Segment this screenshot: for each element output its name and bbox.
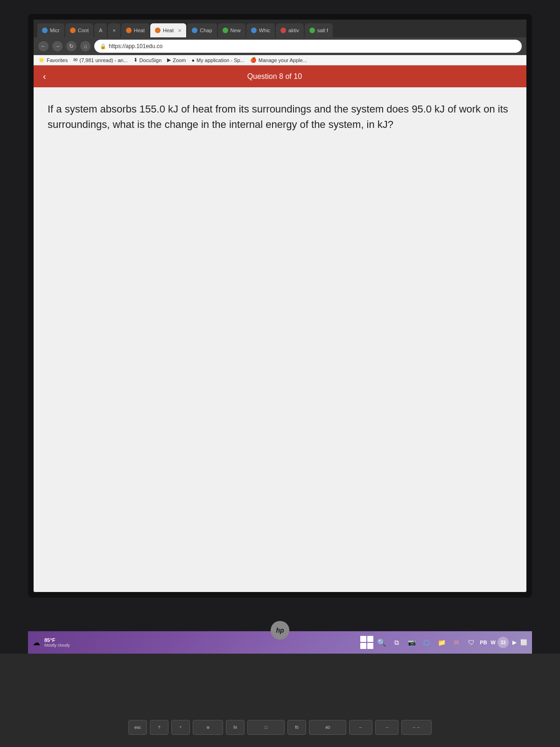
key-f5[interactable]: □ bbox=[247, 720, 285, 735]
weather-info: 85°F Mostly cloudy bbox=[44, 637, 70, 648]
bookmark-myapp[interactable]: ● My application - Sp... bbox=[191, 57, 244, 63]
keyboard-row-fn: esc ? * ※ f4 □ f5 40 ← → ←← bbox=[128, 720, 432, 735]
tab-icon-heat1 bbox=[126, 28, 132, 33]
bookmark-zoom[interactable]: ▶ Zoom bbox=[167, 57, 186, 63]
tab-icon-micro bbox=[42, 28, 48, 33]
weather-icon: ☁ bbox=[33, 638, 40, 647]
key-f7[interactable]: 40 bbox=[309, 720, 346, 735]
search-button[interactable]: 🔍 bbox=[375, 636, 388, 649]
tab-icon-aktiv bbox=[280, 28, 286, 33]
key-esc[interactable]: esc bbox=[128, 720, 147, 735]
weather-description: Mostly cloudy bbox=[44, 643, 70, 648]
camera-button[interactable]: 📷 bbox=[405, 636, 418, 649]
browser-chrome: Micr Cont A × Heat bbox=[34, 20, 526, 65]
tab-micro[interactable]: Micr bbox=[37, 23, 64, 37]
tab-heat2[interactable]: Heat ✕ bbox=[150, 23, 186, 37]
tray-pb: PB bbox=[480, 640, 487, 645]
camera-icon: 📷 bbox=[408, 639, 416, 646]
notification-badge[interactable]: 33 bbox=[497, 637, 509, 648]
keyboard-area: esc ? * ※ f4 □ f5 40 ← → ←← bbox=[0, 654, 560, 747]
taskview-icon: ⧉ bbox=[394, 639, 399, 647]
apple-icon: 🍎 bbox=[250, 57, 257, 63]
bookmark-docusign[interactable]: ⬇ DocuSign bbox=[133, 57, 162, 63]
tab-icon-new bbox=[223, 28, 228, 33]
key-f3[interactable]: ※ bbox=[193, 720, 223, 735]
address-bar[interactable]: 🔒 https://app.101edu.co bbox=[94, 40, 522, 53]
security-icon: 🛡 bbox=[468, 639, 475, 646]
tab-bar: Micr Cont A × Heat bbox=[34, 20, 526, 37]
tray-misc-icon: ⬜ bbox=[520, 639, 527, 646]
key-f10[interactable]: ←← bbox=[401, 720, 432, 735]
bookmark-favorites[interactable]: ⭐ Favorites bbox=[38, 57, 68, 63]
files-icon: 📁 bbox=[438, 639, 446, 646]
search-icon: 🔍 bbox=[377, 638, 386, 647]
email-icon: ✉ bbox=[73, 57, 77, 63]
edge-button[interactable]: ⬡ bbox=[420, 636, 433, 649]
windows-icon bbox=[360, 636, 373, 649]
bookmark-email[interactable]: ✉ (7,981 unread) - an... bbox=[73, 57, 127, 63]
address-bar-row: ← → ↻ ⌂ 🔒 https://app.101edu.co bbox=[34, 37, 526, 55]
docusign-icon: ⬇ bbox=[133, 57, 138, 63]
system-tray: PB W 33 ▶ ⬜ bbox=[480, 637, 527, 648]
tab-whic[interactable]: Whic bbox=[246, 23, 275, 37]
tab-heat1[interactable]: Heat bbox=[121, 23, 149, 37]
quiz-progress: Question 8 of 10 bbox=[247, 72, 302, 81]
question-area: If a system absorbs 155.0 kJ of heat fro… bbox=[34, 87, 526, 592]
start-button[interactable] bbox=[360, 636, 373, 649]
key-f6[interactable]: f5 bbox=[287, 720, 306, 735]
zoom-icon: ▶ bbox=[167, 57, 171, 63]
tray-w: W bbox=[491, 640, 496, 645]
forward-button[interactable]: → bbox=[52, 41, 63, 51]
refresh-button[interactable]: ↻ bbox=[66, 41, 77, 51]
question-text: If a system absorbs 155.0 kJ of heat fro… bbox=[48, 101, 512, 132]
key-f4[interactable]: f4 bbox=[226, 720, 245, 735]
tab-x[interactable]: × bbox=[108, 23, 120, 37]
tab-icon-cont bbox=[70, 28, 76, 33]
url-text: https://app.101edu.co bbox=[109, 43, 162, 49]
screen-bezel: Micr Cont A × Heat bbox=[28, 14, 532, 598]
key-f8[interactable]: ← bbox=[349, 720, 372, 735]
key-f1[interactable]: ? bbox=[150, 720, 168, 735]
files-button[interactable]: 📁 bbox=[435, 636, 448, 649]
security-button[interactable]: 🛡 bbox=[465, 636, 478, 649]
tab-aktiv[interactable]: aktiv bbox=[276, 23, 304, 37]
back-button[interactable]: ← bbox=[38, 41, 49, 51]
laptop-shell: Micr Cont A × Heat bbox=[0, 0, 560, 747]
myapp-icon: ● bbox=[191, 57, 195, 63]
tab-new[interactable]: New bbox=[218, 23, 245, 37]
edge-icon: ⬡ bbox=[423, 638, 430, 647]
taskview-button[interactable]: ⧉ bbox=[390, 636, 403, 649]
browser-window: Micr Cont A × Heat bbox=[34, 20, 526, 592]
tab-cont[interactable]: Cont bbox=[65, 23, 93, 37]
hp-logo: hp bbox=[271, 621, 289, 640]
quiz-header: ‹ Question 8 of 10 bbox=[34, 65, 526, 87]
tab-icon-heat2 bbox=[155, 28, 161, 33]
tab-a[interactable]: A bbox=[94, 23, 107, 37]
weather-widget: ☁ 85°F Mostly cloudy bbox=[33, 637, 75, 648]
lock-icon: 🔒 bbox=[100, 43, 106, 49]
home-button[interactable]: ⌂ bbox=[80, 41, 91, 51]
tab-icon-chap bbox=[192, 28, 197, 33]
favorites-icon: ⭐ bbox=[38, 57, 45, 63]
play-icon[interactable]: ▶ bbox=[512, 639, 517, 646]
tab-chap[interactable]: Chap bbox=[187, 23, 217, 37]
tab-icon-whic bbox=[251, 28, 257, 33]
main-content: ‹ Question 8 of 10 If a system absorbs 1… bbox=[34, 65, 526, 592]
bookmark-apple[interactable]: 🍎 Manage your Apple... bbox=[250, 57, 307, 63]
key-f9[interactable]: → bbox=[375, 720, 399, 735]
quiz-back-button[interactable]: ‹ bbox=[43, 71, 46, 82]
tab-close-heat2[interactable]: ✕ bbox=[178, 28, 182, 33]
key-f2[interactable]: * bbox=[171, 720, 190, 735]
mail-button[interactable]: ✉ bbox=[450, 636, 463, 649]
tab-salt[interactable]: salt f bbox=[305, 23, 333, 37]
mail-icon: ✉ bbox=[454, 639, 459, 646]
tab-icon-salt bbox=[309, 28, 315, 33]
bookmarks-bar: ⭐ Favorites ✉ (7,981 unread) - an... ⬇ D… bbox=[34, 55, 526, 65]
weather-temperature: 85°F bbox=[44, 637, 55, 643]
